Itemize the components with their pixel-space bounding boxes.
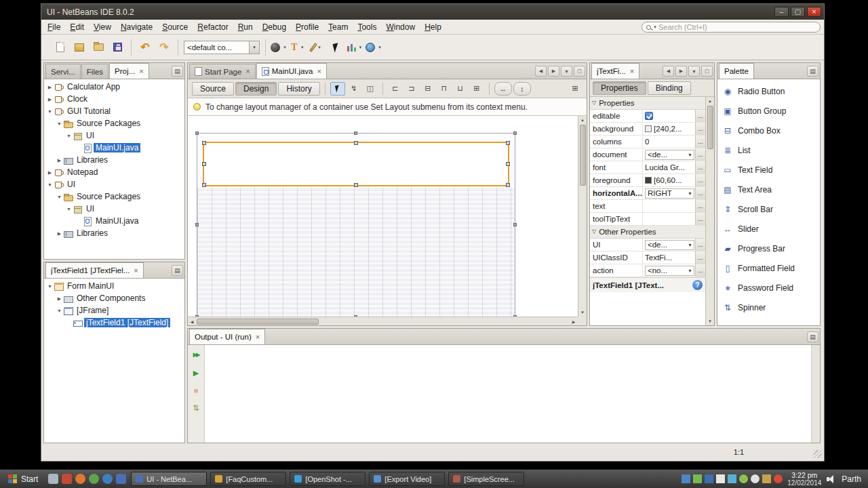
align-left-button[interactable]: ⊏ bbox=[388, 82, 403, 96]
recording-icon[interactable] bbox=[774, 474, 783, 483]
property-value[interactable]: <de...▼ bbox=[643, 148, 695, 161]
property-uiclassid[interactable]: UIClassIDTextFi...... bbox=[590, 251, 705, 264]
collapse-icon[interactable]: ▼ bbox=[46, 182, 54, 187]
menu-navigate[interactable]: Navigate bbox=[116, 20, 157, 34]
close-icon[interactable]: × bbox=[630, 68, 634, 75]
debug-project-button[interactable]: ▼ bbox=[309, 39, 326, 56]
tree-item-source-packages[interactable]: ▼Source Packages bbox=[44, 117, 184, 129]
combo-value-cell[interactable]: <de...▼ bbox=[645, 150, 694, 160]
close-icon[interactable]: × bbox=[134, 267, 138, 274]
firefox-icon[interactable] bbox=[75, 474, 85, 484]
undo-button[interactable]: ↶ bbox=[136, 39, 154, 56]
tree-item-mainui-java[interactable]: MainUI.java bbox=[44, 142, 184, 154]
collapse-icon[interactable]: ▼ bbox=[65, 134, 73, 138]
close-icon[interactable]: × bbox=[317, 68, 321, 75]
property-value[interactable]: <de...▼ bbox=[643, 239, 695, 251]
ellipsis-button[interactable]: ... bbox=[695, 187, 705, 199]
menu-team[interactable]: Team bbox=[323, 20, 353, 34]
clipboard-icon[interactable] bbox=[716, 474, 725, 483]
run-project-button[interactable]: ▼ bbox=[271, 39, 288, 56]
update-manager-icon[interactable] bbox=[693, 474, 702, 483]
palette-item-text-area[interactable]: ▤Text Area bbox=[717, 180, 820, 199]
scroll-tabs-left-icon[interactable]: ◀ bbox=[663, 66, 674, 77]
tree-item-ui[interactable]: ▼UI bbox=[44, 178, 184, 190]
output-console[interactable] bbox=[205, 345, 811, 443]
property-value[interactable]: [240,2... bbox=[643, 123, 695, 135]
property-background[interactable]: background[240,2...... bbox=[590, 123, 705, 136]
menu-debug[interactable]: Debug bbox=[258, 20, 291, 34]
ellipsis-button[interactable]: ... bbox=[695, 110, 705, 122]
close-button[interactable]: × bbox=[807, 7, 821, 17]
tree-item-jtextfield1-jtextfield[interactable]: jTextField1 [JTextField] bbox=[44, 317, 184, 329]
scroll-down-icon[interactable]: ▼ bbox=[578, 308, 587, 317]
view-properties[interactable]: Properties bbox=[593, 81, 646, 95]
tree-item-libraries[interactable]: ▶Libraries bbox=[44, 154, 184, 166]
scrollbar-thumb[interactable] bbox=[197, 319, 319, 325]
show-grid-button[interactable]: ⊞ bbox=[568, 82, 583, 96]
tree-item-source-packages[interactable]: ▼Source Packages bbox=[44, 190, 184, 203]
scroll-tabs-right-icon[interactable]: ▶ bbox=[675, 66, 687, 77]
section-other-properties[interactable]: ▽Other Properties bbox=[590, 226, 705, 239]
volume-icon[interactable] bbox=[826, 474, 837, 484]
collapse-icon[interactable]: ▼ bbox=[56, 195, 63, 199]
ellipsis-button[interactable]: ... bbox=[695, 200, 705, 212]
taskbar-window-export-video[interactable]: [Export Video] bbox=[369, 472, 445, 486]
netbeans-quick-icon[interactable] bbox=[116, 474, 126, 484]
taskbar-window-openshot[interactable]: [OpenShot -... bbox=[290, 472, 366, 486]
rerun-with-changes-button[interactable]: ▶ bbox=[190, 367, 202, 379]
property-value[interactable] bbox=[643, 213, 695, 225]
palette-tab[interactable]: Palette bbox=[719, 63, 754, 79]
palette-item-radio-button[interactable]: ◉Radio Button bbox=[717, 81, 820, 101]
tab-list-icon[interactable]: ▼ bbox=[688, 66, 700, 77]
view-design[interactable]: Design bbox=[235, 82, 277, 96]
tree-item-jframe[interactable]: ▼[JFrame] bbox=[44, 304, 184, 317]
expand-icon[interactable]: ▶ bbox=[56, 158, 63, 163]
combo-value-cell[interactable]: <de...▼ bbox=[645, 240, 694, 250]
property-foreground[interactable]: foreground[60,60...... bbox=[590, 174, 705, 187]
redo-button[interactable]: ↷ bbox=[155, 39, 173, 56]
close-icon[interactable]: × bbox=[245, 68, 250, 75]
selection-tool-button[interactable] bbox=[328, 39, 345, 56]
palette-item-scroll-bar[interactable]: ⇕Scroll Bar bbox=[717, 199, 820, 219]
tree-item-calculator-app[interactable]: ▶Calculator App bbox=[44, 81, 184, 93]
tab-list-icon[interactable]: ▼ bbox=[561, 66, 572, 77]
scroll-down-icon[interactable]: ▼ bbox=[706, 317, 714, 325]
jframe-design[interactable] bbox=[197, 133, 515, 317]
jtextfield1-design[interactable] bbox=[203, 142, 509, 186]
configuration-select[interactable]: <default co... ▼ bbox=[184, 41, 260, 54]
resize-handle[interactable] bbox=[506, 141, 510, 145]
resize-handle[interactable] bbox=[354, 141, 358, 145]
maximize-button[interactable]: ▢ bbox=[791, 7, 805, 17]
expand-icon[interactable]: ▶ bbox=[56, 296, 63, 301]
time-sync-icon[interactable] bbox=[762, 474, 771, 483]
combo-arrow-icon[interactable]: ▼ bbox=[688, 243, 692, 247]
tree-item-ui[interactable]: ▼UI bbox=[44, 203, 184, 215]
property-horizontala[interactable]: horizontalA...RIGHT▼... bbox=[590, 187, 705, 200]
tab-files[interactable]: Files bbox=[81, 64, 108, 79]
palette-item-list[interactable]: ≣List bbox=[717, 140, 820, 160]
kde-launcher-icon[interactable] bbox=[102, 474, 113, 484]
menu-window[interactable]: Window bbox=[381, 20, 420, 34]
resize-handle[interactable] bbox=[506, 162, 510, 166]
tab-proj[interactable]: Proj...× bbox=[109, 63, 149, 79]
panel-menu-icon[interactable]: ▤ bbox=[172, 265, 183, 276]
ellipsis-button[interactable]: ... bbox=[695, 239, 705, 251]
collapse-icon[interactable]: ▼ bbox=[65, 207, 73, 211]
display-icon[interactable] bbox=[728, 474, 736, 483]
menu-edit[interactable]: Edit bbox=[65, 20, 89, 34]
tab-start-page[interactable]: Start Page× bbox=[189, 64, 256, 79]
taskbar-clock[interactable]: 3:22 pm 12/02/2014 bbox=[787, 472, 821, 487]
property-value[interactable]: [60,60... bbox=[643, 174, 695, 186]
resize-handle[interactable] bbox=[513, 315, 517, 317]
align-top-button[interactable]: ⊓ bbox=[437, 82, 452, 96]
window-resize-grip[interactable] bbox=[814, 450, 822, 458]
ellipsis-button[interactable]: ... bbox=[695, 251, 705, 264]
property-value[interactable]: Lucida Gr... bbox=[643, 161, 695, 174]
resize-handle[interactable] bbox=[513, 223, 517, 226]
close-icon[interactable]: × bbox=[139, 68, 143, 75]
scroll-right-icon[interactable]: ▶ bbox=[570, 317, 578, 325]
ant-settings-button[interactable]: ⇅ bbox=[190, 402, 202, 414]
view-history[interactable]: History bbox=[278, 82, 319, 96]
collapse-icon[interactable]: ▼ bbox=[46, 109, 54, 114]
properties-tab[interactable]: jTextFi... × bbox=[591, 63, 639, 79]
